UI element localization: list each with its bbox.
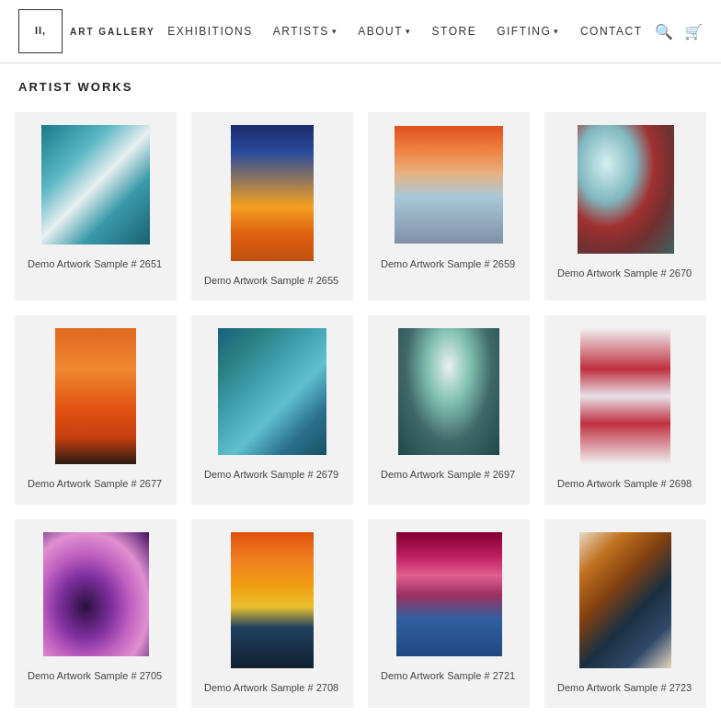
artwork-image-2679: [218, 328, 326, 455]
artwork-image-2651: [41, 125, 150, 245]
main-nav: EXHIBITIONS ARTISTS ▾ ABOUT ▾ STORE GIFT…: [167, 25, 642, 38]
artwork-card-2677[interactable]: Demo Artwork Sample # 2677: [15, 315, 177, 504]
artwork-image-2659: [395, 126, 503, 244]
nav-about[interactable]: ABOUT ▾: [358, 25, 411, 38]
artwork-image-wrap-2651: [28, 125, 164, 245]
artwork-image-wrap-2708: [204, 532, 340, 668]
artwork-image-2723: [579, 532, 671, 668]
site-header: ll, ART GALLERY EXHIBITIONS ARTISTS ▾ AB…: [0, 0, 721, 63]
artwork-card-2697[interactable]: Demo Artwork Sample # 2697: [368, 315, 530, 504]
logo-area[interactable]: ll, ART GALLERY: [18, 9, 155, 53]
artwork-image-wrap-2697: [381, 328, 517, 455]
artwork-card-2679[interactable]: Demo Artwork Sample # 2679: [191, 315, 353, 504]
artwork-label-2651: Demo Artwork Sample # 2651: [28, 257, 162, 271]
artwork-label-2708: Demo Artwork Sample # 2708: [204, 681, 338, 695]
artwork-image-2655: [231, 125, 314, 261]
artwork-image-2670: [578, 125, 674, 254]
artwork-image-wrap-2655: [204, 125, 340, 261]
artwork-image-wrap-2705: [28, 532, 164, 656]
logo-text: ART GALLERY: [70, 26, 155, 38]
artwork-card-2670[interactable]: Demo Artwork Sample # 2670: [544, 112, 706, 301]
artists-chevron-icon: ▾: [332, 27, 338, 36]
artwork-label-2698: Demo Artwork Sample # 2698: [557, 477, 692, 491]
artwork-image-2721: [396, 532, 502, 656]
artwork-image-wrap-2721: [381, 532, 517, 656]
page-title: ARTIST WORKS: [18, 80, 703, 94]
artwork-label-2659: Demo Artwork Sample # 2659: [381, 257, 515, 271]
artwork-card-2698[interactable]: Demo Artwork Sample # 2698: [544, 315, 706, 504]
artwork-card-2708[interactable]: Demo Artwork Sample # 2708: [191, 519, 353, 708]
artwork-image-2697: [398, 328, 499, 455]
artwork-card-2705[interactable]: Demo Artwork Sample # 2705: [15, 519, 177, 708]
artwork-image-wrap-2723: [557, 532, 693, 668]
artwork-image-2708: [231, 532, 314, 668]
nav-artists[interactable]: ARTISTS ▾: [273, 25, 338, 38]
page-title-area: ARTIST WORKS: [0, 63, 721, 103]
artwork-label-2705: Demo Artwork Sample # 2705: [28, 669, 162, 683]
artwork-label-2679: Demo Artwork Sample # 2679: [204, 468, 338, 482]
artwork-card-2721[interactable]: Demo Artwork Sample # 2721: [368, 519, 530, 708]
nav-contact[interactable]: CONTACT: [580, 25, 643, 38]
artwork-grid: Demo Artwork Sample # 2651Demo Artwork S…: [0, 103, 721, 728]
artwork-image-wrap-2670: [557, 125, 693, 254]
artwork-image-2705: [43, 532, 149, 656]
artwork-image-wrap-2698: [557, 328, 693, 464]
artwork-card-2655[interactable]: Demo Artwork Sample # 2655: [191, 112, 353, 301]
artwork-card-2723[interactable]: Demo Artwork Sample # 2723: [544, 519, 706, 708]
artwork-image-2677: [55, 328, 136, 464]
logo-box: ll,: [18, 9, 63, 53]
cart-icon[interactable]: 🛒: [684, 23, 703, 40]
header-icons: 🔍 🛒: [655, 23, 703, 40]
nav-exhibitions[interactable]: EXHIBITIONS: [167, 25, 253, 38]
logo-initials: ll,: [35, 25, 46, 37]
artwork-card-2651[interactable]: Demo Artwork Sample # 2651: [15, 112, 177, 301]
artwork-image-wrap-2677: [28, 328, 164, 464]
nav-store[interactable]: STORE: [432, 25, 477, 38]
artwork-label-2655: Demo Artwork Sample # 2655: [204, 274, 338, 288]
artwork-image-wrap-2659: [381, 125, 517, 245]
artwork-label-2721: Demo Artwork Sample # 2721: [381, 669, 515, 683]
artwork-label-2670: Demo Artwork Sample # 2670: [557, 267, 692, 280]
artwork-card-2659[interactable]: Demo Artwork Sample # 2659: [368, 112, 530, 301]
nav-gifting[interactable]: GIFTING ▾: [497, 25, 560, 38]
artwork-image-wrap-2679: [204, 328, 340, 455]
artwork-label-2697: Demo Artwork Sample # 2697: [381, 468, 515, 482]
artwork-label-2723: Demo Artwork Sample # 2723: [557, 681, 692, 695]
about-chevron-icon: ▾: [406, 27, 412, 36]
artwork-label-2677: Demo Artwork Sample # 2677: [28, 477, 162, 491]
artwork-image-2698: [580, 328, 670, 464]
gifting-chevron-icon: ▾: [554, 27, 560, 36]
search-icon[interactable]: 🔍: [655, 23, 673, 40]
